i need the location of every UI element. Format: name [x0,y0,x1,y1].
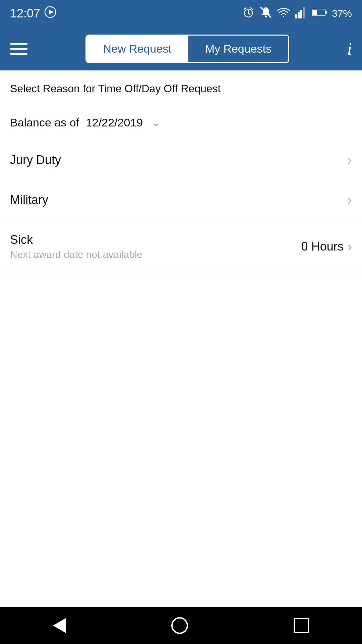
mute-icon [259,6,272,21]
svg-point-7 [265,15,267,17]
svg-line-6 [251,8,253,9]
svg-line-5 [244,8,246,9]
sick-title: Sick [10,233,142,247]
list-item-sick-right: 0 Hours › [301,239,352,254]
sick-hours: 0 Hours [301,239,344,254]
military-title: Military [10,193,48,207]
battery-icon [312,8,327,19]
status-icons-group: 37% [242,6,352,21]
svg-rect-12 [303,7,305,18]
home-icon [171,617,188,634]
jury-duty-chevron-right-icon: › [348,153,352,167]
list-item-sick[interactable]: Sick Next award date not available 0 Hou… [0,220,362,273]
svg-rect-9 [295,14,297,18]
battery-text: 37% [332,8,352,19]
list-item-military[interactable]: Military › [0,180,362,220]
section-title: Select Reason for Time Off/Day Off Reque… [0,70,362,105]
hamburger-menu[interactable] [10,43,27,55]
app-header: New Request My Requests i [0,27,362,70]
list-item-military-right: › [348,193,352,207]
list-item-sick-left: Sick Next award date not available [10,233,142,260]
list-item-jury-duty[interactable]: Jury Duty › [0,140,362,180]
list-item-jury-duty-left: Jury Duty [10,153,61,167]
status-bar: 12:07 [0,0,362,27]
main-content: Select Reason for Time Off/Day Off Reque… [0,70,362,273]
signal-icon [295,6,307,21]
tab-new-request[interactable]: New Request [86,36,188,62]
wifi-icon [277,7,290,20]
tab-toggle-group: New Request My Requests [85,35,290,63]
sick-subtitle: Next award date not available [10,249,142,260]
alarm-icon [242,6,255,21]
recents-icon [294,618,309,633]
tab-my-requests[interactable]: My Requests [188,36,288,62]
home-button[interactable] [171,617,188,634]
recents-button[interactable] [294,618,309,633]
svg-marker-1 [49,10,54,14]
hamburger-line-3 [10,53,27,55]
balance-date: 12/22/2019 [86,116,143,129]
media-icon [44,6,56,21]
svg-rect-14 [325,11,327,14]
balance-label: Balance as of [10,116,79,129]
back-icon [53,618,66,633]
section-title-text: Select Reason for Time Off/Day Off Reque… [10,83,221,95]
svg-rect-10 [298,12,300,18]
svg-rect-11 [300,10,302,18]
back-button[interactable] [53,618,66,633]
status-time-group: 12:07 [10,6,56,21]
list-item-jury-duty-right: › [348,153,352,167]
svg-line-4 [248,13,250,14]
bottom-nav [0,607,362,644]
list-item-military-left: Military [10,193,48,207]
status-time-text: 12:07 [10,6,40,20]
military-chevron-right-icon: › [348,193,352,207]
balance-chevron-down-icon: ⌄ [152,117,160,128]
info-button[interactable]: i [347,39,352,59]
svg-rect-15 [312,10,317,15]
jury-duty-title: Jury Duty [10,153,61,167]
balance-row[interactable]: Balance as of 12/22/2019 ⌄ [0,105,362,140]
hamburger-line-1 [10,43,27,45]
sick-chevron-right-icon: › [348,240,352,253]
hamburger-line-2 [10,48,27,50]
